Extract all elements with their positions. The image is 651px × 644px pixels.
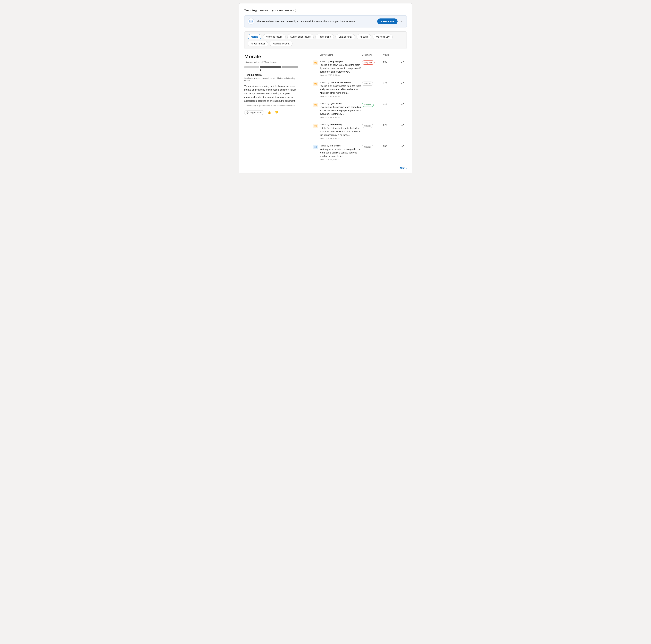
svg-point-0 [249,20,253,23]
conv-message-icon [313,103,318,107]
conv-views: 376 [383,123,400,126]
thumbdown-button[interactable]: 👎 [274,110,279,115]
page-title: Trending themes in your audience [244,9,292,12]
conv-text[interactable]: Feeling a bit disconnected from the team… [320,84,362,95]
conv-text[interactable]: Love seeing the positive vibes spreading… [320,105,362,116]
conv-author: Posted by Lawrence Gilbertson [320,81,362,84]
svg-rect-8 [314,104,317,106]
bar-positive [282,66,298,68]
conv-author: Posted by Amy Nguyen [320,60,362,63]
theme-tag-ai-bugs[interactable]: AI Bugs [356,34,371,39]
conv-icon-col [313,102,320,107]
bar-arrow [244,69,300,71]
bar-neutral [260,66,281,68]
col-conversations-header: Conversations [313,54,362,56]
sort-icon: ↓ [390,54,391,56]
conv-action [400,60,405,64]
chevron-right-icon: › [406,167,407,169]
conv-action [400,145,405,148]
conversations-list: Posted by Amy Nguyen Feeling a bit down … [312,58,407,163]
conv-text[interactable]: Feeling a bit down lately about the team… [320,63,362,73]
ai-disclaimer: The summary is generated by AI and may n… [244,104,300,107]
main-container: Trending themes in your audience i Theme… [239,3,412,174]
conv-date: June 14, 2023, 9:34 AM [320,74,362,76]
sentiment-badge: Positive [362,103,374,107]
trend-button[interactable] [401,103,404,106]
ai-banner: Themes and sentiment are powered by AI. … [244,16,407,27]
conv-date: June 14, 2023, 9:34 AM [320,137,362,140]
conv-date: June 14, 2023, 9:34 AM [320,158,362,161]
conv-views: 413 [383,102,400,105]
trend-button[interactable] [401,82,404,85]
summary-text: Your audience is sharing their feelings … [244,84,300,103]
next-button[interactable]: Next › [400,166,407,169]
table-row: Posted by Tim Deboer Noticing some tensi… [312,142,407,163]
sentiment-badge: Neutral [362,82,373,86]
conv-body: Posted by Lawrence Gilbertson Feeling a … [320,81,362,98]
conv-views: 352 [383,145,400,147]
ai-banner-text: Themes and sentiment are powered by AI. … [257,20,375,23]
table-row: Posted by Amy Nguyen Feeling a bit down … [312,58,407,79]
conv-message-icon [313,124,318,128]
learn-more-button[interactable]: Learn more [377,19,398,24]
conv-sentiment: Neutral [362,123,383,128]
trending-sub: Sentiment across conversations with this… [244,77,300,82]
ai-generated-badge: AI-generated [244,110,264,115]
conv-sentiment: Neutral [362,81,383,86]
info-icon[interactable]: i [293,9,296,12]
theme-tag-year-end-results[interactable]: Year end results [263,34,286,39]
main-content: Morale 15 conversations • 275 participan… [244,54,407,169]
table-row: Posted by Lydia Bauer Love seeing the po… [312,100,407,121]
ai-footer: AI-generated 👍 👎 [244,110,300,115]
theme-tag-morale[interactable]: Morale [248,34,261,39]
conv-body: Posted by Astrid Wong Lately, I've felt … [320,123,362,140]
right-panel: Conversations Sentiment Views ↓ Posted b… [312,54,407,169]
sentiment-badge: Neutral [362,124,373,128]
conv-date: June 14, 2023, 9:34 AM [320,116,362,119]
theme-tag-wellness-day[interactable]: Wellness Day [373,34,393,39]
conv-text[interactable]: Lately, I've felt frustrated with the la… [320,126,362,137]
table-row: Posted by Lawrence Gilbertson Feeling a … [312,79,407,100]
theme-tag-supply-chain-issues[interactable]: Supply chain issues [287,34,314,39]
theme-tag-team-offsite[interactable]: Team offsite [315,34,334,39]
conv-author: Posted by Astrid Wong [320,123,362,126]
conv-body: Posted by Tim Deboer Noticing some tensi… [320,145,362,161]
trend-button[interactable] [401,124,404,127]
conv-icon-col [313,145,320,149]
conv-message-icon [313,145,318,149]
theme-tag-ai-job-impact[interactable]: AI Job Impact [248,41,268,46]
trend-button[interactable] [401,145,404,148]
close-banner-button[interactable]: × [400,19,403,24]
trend-button[interactable] [401,60,404,64]
svg-rect-6 [314,83,317,85]
ai-banner-icon [248,18,254,25]
theme-tag-hacking-incident[interactable]: Hacking incident [270,41,293,46]
conv-text[interactable]: Noticing some tension brewing within the… [320,148,362,158]
conv-body: Posted by Amy Nguyen Feeling a bit down … [320,60,362,76]
theme-tag-data-security[interactable]: Data security [336,34,355,39]
conv-author: Posted by Tim Deboer [320,145,362,147]
arrow-up-icon [259,69,261,71]
col-views-header[interactable]: Views ↓ [383,54,400,56]
left-panel: Morale 15 conversations • 275 participan… [244,54,300,115]
conv-icon-col [313,60,320,65]
sentiment-badge: Neutral [362,145,373,149]
thumbup-button[interactable]: 👍 [267,110,272,115]
trending-title: Trending neutral [244,73,300,76]
sentiment-badge: Negative [362,60,374,65]
conv-icon-col [313,81,320,86]
conv-message-icon [313,60,318,65]
conv-views: 589 [383,60,400,63]
conv-author: Posted by Lydia Bauer [320,102,362,105]
conv-date: June 14, 2023, 9:34 AM [320,95,362,98]
sentiment-bar [244,66,300,69]
sparkle-icon [246,112,249,114]
conv-sentiment: Negative [362,60,383,65]
theme-meta: 15 conversations • 275 participants [244,61,300,63]
ai-generated-label: AI-generated [250,111,262,114]
svg-rect-12 [314,146,317,148]
theme-detail-title: Morale [244,54,300,60]
themes-bar: MoraleYear end resultsSupply chain issue… [244,31,407,49]
col-sentiment-header: Sentiment [362,54,383,56]
vertical-divider [306,54,306,169]
